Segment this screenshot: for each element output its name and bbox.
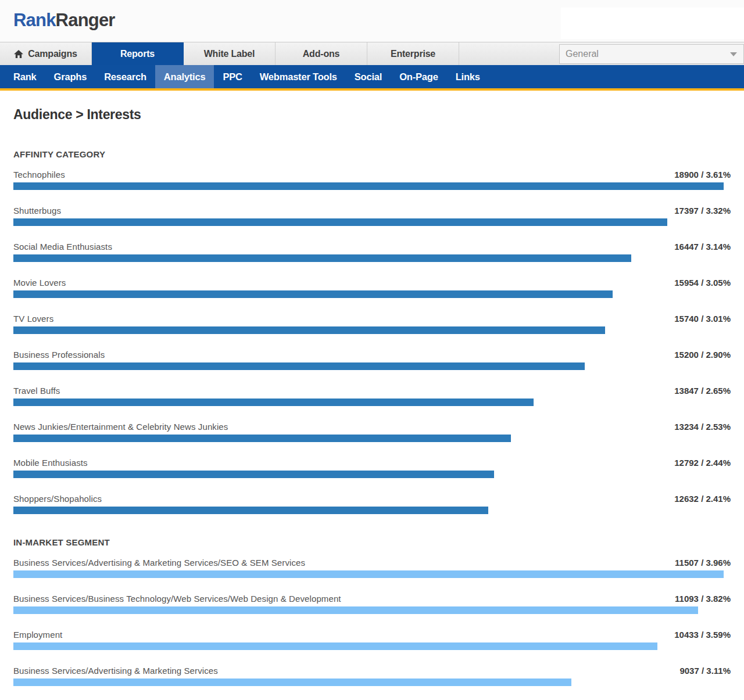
home-icon [14,50,23,58]
main-tab-add-ons[interactable]: Add-ons [276,42,367,65]
chart-row: Business Services/Advertising & Marketin… [13,665,731,686]
chart-row-header: Shoppers/Shopaholics12632 / 2.41% [13,493,731,505]
chart-row: News Junkies/Entertainment & Celebrity N… [13,421,731,442]
bar [13,642,657,650]
sub-tab-ppc[interactable]: PPC [214,65,251,88]
bar-track [13,399,724,406]
sub-tab-webmaster-tools[interactable]: Webmaster Tools [251,65,346,88]
sub-navigation: RankGraphsResearchAnalyticsPPCWebmaster … [0,65,744,88]
main-tab-label: Enterprise [391,49,435,59]
bar [13,606,698,614]
bar-track [13,471,724,478]
row-label: Business Services/Business Technology/We… [13,593,675,605]
row-label: Shutterbugs [13,205,674,217]
row-value: 13234 / 2.53% [674,421,731,433]
chart-row-header: TV Lovers15740 / 3.01% [13,313,731,325]
bar-track [13,642,724,650]
bar [13,435,511,442]
bar-track [13,218,724,226]
chart-row: TV Lovers15740 / 3.01% [13,313,731,334]
row-label: Business Services/Advertising & Marketin… [13,557,675,569]
sub-tab-graphs[interactable]: Graphs [45,65,96,88]
chart-row-header: Mobile Enthusiasts12792 / 2.44% [13,457,731,469]
profile-select-value: General [560,49,724,59]
row-label: Travel Buffs [13,385,674,397]
row-label: Business Professionals [13,349,674,361]
row-label: Social Media Enthusiasts [13,241,674,253]
chart-row: Movie Lovers15954 / 3.05% [13,277,731,298]
chevron-down-icon [730,52,737,56]
sub-tab-rank[interactable]: Rank [5,65,45,88]
main-navigation: CampaignsReportsWhite LabelAdd-onsEnterp… [0,42,744,65]
bar-track [13,435,724,442]
main-tab-label: Reports [120,49,155,59]
row-label: Business Services/Advertising & Marketin… [13,665,679,677]
row-label: Employment [13,629,674,641]
row-label: News Junkies/Entertainment & Celebrity N… [13,421,674,433]
chart-row-header: Employment10433 / 3.59% [13,629,731,641]
profile-select[interactable]: General [559,44,744,64]
main-tab-enterprise[interactable]: Enterprise [367,42,459,65]
bar [13,362,585,370]
row-value: 18900 / 3.61% [674,169,731,181]
bar-track [13,254,724,262]
accent-divider [0,88,744,91]
bar-track [13,570,724,578]
sub-tab-on-page[interactable]: On-Page [391,65,446,88]
sub-tab-research[interactable]: Research [95,65,155,88]
logo-text-rank: Rank [13,10,56,30]
chart-row-header: Social Media Enthusiasts16447 / 3.14% [13,241,731,253]
charts-container: AFFINITY CATEGORYTechnophiles18900 / 3.6… [13,149,731,686]
row-value: 13847 / 2.65% [674,385,731,397]
row-label: Movie Lovers [13,277,674,289]
rankranger-logo[interactable]: RankRanger [13,10,115,31]
row-value: 15740 / 3.01% [674,313,731,325]
bar-track [13,326,724,334]
bar [13,218,667,226]
sub-tab-links[interactable]: Links [447,65,489,88]
bar [13,182,724,190]
section-title: IN-MARKET SEGMENT [13,537,731,547]
row-value: 11507 / 3.96% [675,557,731,569]
row-value: 15200 / 2.90% [674,349,731,361]
profile-select-arrow-zone[interactable] [724,45,743,63]
chart-row-header: Movie Lovers15954 / 3.05% [13,277,731,289]
bar [13,399,534,406]
row-value: 15954 / 3.05% [674,277,731,289]
main-tab-reports[interactable]: Reports [92,42,184,65]
chart-row: Social Media Enthusiasts16447 / 3.14% [13,241,731,262]
main-tab-campaigns[interactable]: Campaigns [0,42,92,65]
bar [13,570,724,578]
chart-row: Business Services/Business Technology/We… [13,593,731,614]
topbar-highlight-panel [561,8,744,39]
bar-track [13,362,724,370]
main-tab-white-label[interactable]: White Label [184,42,276,65]
row-label: Mobile Enthusiasts [13,457,674,469]
main-tab-label: Campaigns [28,49,77,59]
section-title: AFFINITY CATEGORY [13,149,731,159]
chart-row: Travel Buffs13847 / 2.65% [13,385,731,406]
bar [13,679,571,686]
top-bar: RankRanger [0,0,744,42]
main-tab-label: White Label [204,49,255,59]
row-value: 17397 / 3.32% [674,205,731,217]
sub-tab-social[interactable]: Social [346,65,391,88]
bar [13,471,494,478]
chart-row: Shutterbugs17397 / 3.32% [13,205,731,226]
report-content: Audience > Interests AFFINITY CATEGORYTe… [0,107,744,686]
sub-tab-analytics[interactable]: Analytics [155,65,214,88]
chart-row: Business Services/Advertising & Marketin… [13,557,731,578]
bar-track [13,679,724,686]
row-value: 16447 / 3.14% [674,241,731,253]
row-value: 11093 / 3.82% [675,593,731,605]
chart-section-affinity-category: AFFINITY CATEGORYTechnophiles18900 / 3.6… [13,149,731,514]
chart-row: Employment10433 / 3.59% [13,629,731,650]
chart-row-header: Shutterbugs17397 / 3.32% [13,205,731,217]
chart-row: Mobile Enthusiasts12792 / 2.44% [13,457,731,478]
chart-row-header: Business Professionals15200 / 2.90% [13,349,731,361]
bar [13,254,631,262]
row-label: TV Lovers [13,313,674,325]
bar-track [13,290,724,298]
bar [13,290,613,298]
chart-row-header: Travel Buffs13847 / 2.65% [13,385,731,397]
